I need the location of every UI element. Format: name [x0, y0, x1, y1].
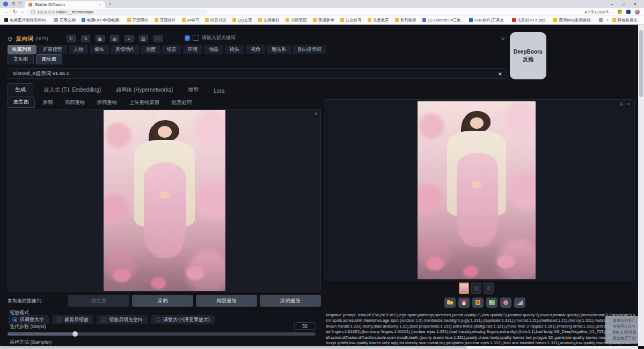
- close-button[interactable]: ×: [634, 2, 636, 7]
- output-button[interactable]: [486, 298, 497, 308]
- bookmark-item[interactable]: 开源网站: [127, 18, 149, 23]
- workspaces-icon[interactable]: ⊞: [11, 2, 16, 6]
- copilot-icon[interactable]: [635, 10, 640, 14]
- main-tab[interactable]: Lora: [209, 86, 229, 96]
- radio-icon[interactable]: [156, 317, 160, 322]
- img2img-tab[interactable]: 批量处理: [168, 98, 196, 108]
- toolbar-icon[interactable]: ⊟: [595, 10, 598, 14]
- category-tab[interactable]: 镜头: [225, 45, 244, 54]
- resize-mode-option[interactable]: 调整大小(潜变量放大): [151, 315, 215, 324]
- slider-handle[interactable]: [72, 331, 78, 337]
- accordion-arrow-icon[interactable]: ◀: [498, 71, 501, 76]
- thumbnail[interactable]: [471, 283, 481, 294]
- prompt-tool-button[interactable]: □: [153, 35, 163, 42]
- category-tab[interactable]: 反向提示词: [292, 45, 326, 54]
- extension-icon[interactable]: [618, 10, 622, 14]
- prompt-tool-button[interactable]: ▦: [96, 35, 105, 42]
- horizontal-scrollbar[interactable]: [0, 346, 638, 349]
- vertical-tabs-icon[interactable]: □: [19, 2, 21, 6]
- main-tab[interactable]: 生成: [8, 83, 33, 96]
- img2img-tab[interactable]: 上传重绘蒙版: [126, 98, 164, 108]
- bookmark-item[interactable]: 七彩虹RTX.prj5..: [512, 18, 547, 23]
- deepbooru-button[interactable]: DeepBooru 反推: [510, 32, 546, 79]
- tab-close-icon[interactable]: ×: [99, 2, 101, 7]
- img2img-tab[interactable]: 涂鸦: [39, 98, 57, 108]
- bookmark-item[interactable]: 各类图片教程资料fol..: [4, 18, 48, 23]
- bookmark-item[interactable]: (1) Discord | #三角..: [422, 18, 463, 23]
- main-tab[interactable]: 嵌入式 (T.I. Embedding): [40, 84, 105, 96]
- address-bar[interactable]: ⓘ 127.0.0.1:7860/?__theme=dark: [27, 9, 207, 15]
- remove-image-icon[interactable]: ×: [314, 111, 317, 116]
- sixgod-accordion[interactable]: SixGod_K提示词 v1.65.1 ◀: [8, 68, 507, 79]
- category-tab[interactable]: 场景: [162, 45, 181, 54]
- prompt-tool-button[interactable]: ↻: [67, 35, 76, 42]
- category-tab[interactable]: 服饰: [90, 45, 109, 54]
- output-button[interactable]: [444, 298, 456, 308]
- output-button[interactable]: [472, 298, 484, 308]
- bookmark-item[interactable]: 百度翻译 Google..: [599, 18, 603, 23]
- steps-value-input[interactable]: 32: [294, 322, 316, 330]
- bookmark-item[interactable]: 开源软件: [155, 18, 176, 23]
- bookmark-item[interactable]: 文档素材: [258, 18, 280, 23]
- extension-icon[interactable]: [626, 10, 631, 14]
- toolbar-icon[interactable]: ✎: [605, 10, 609, 14]
- steps-slider[interactable]: [8, 332, 316, 336]
- bookmark-item[interactable]: 儿童教育: [368, 18, 389, 23]
- other-bookmarks[interactable]: 其他收藏夹: [612, 18, 638, 23]
- output-button[interactable]: [458, 298, 470, 308]
- vertical-scrollbar-thumb[interactable]: [639, 30, 643, 97]
- copy-to-button[interactable]: 局部重绘: [196, 295, 257, 307]
- category-tab[interactable]: 画面: [141, 45, 160, 54]
- collapse-icon[interactable]: ⊖: [8, 35, 12, 42]
- category-tab[interactable]: 人物: [69, 45, 88, 54]
- resize-mode-option[interactable]: 裁剪后缩放: [52, 315, 93, 324]
- bookmark-item[interactable]: 夜间bmp案例教程..: [553, 18, 593, 23]
- prompt-tool-button[interactable]: ▥: [139, 35, 148, 42]
- img2img-tab[interactable]: 局部重绘: [61, 98, 89, 108]
- prompt-tool-button[interactable]: ▤: [110, 35, 119, 42]
- emoji-icon[interactable]: ☺: [500, 35, 506, 41]
- radio-icon[interactable]: [12, 317, 17, 322]
- maximize-button[interactable]: □: [622, 2, 625, 7]
- prompt-tool-button[interactable]: ×: [125, 35, 134, 42]
- radio-icon[interactable]: [57, 317, 62, 322]
- category-tab[interactable]: 视角: [246, 45, 265, 54]
- img2img-tab[interactable]: 涂鸦重绘: [93, 98, 121, 108]
- keyword-input[interactable]: [193, 35, 199, 41]
- toolbar-icon[interactable]: ⋯: [609, 10, 613, 14]
- bookmark-item[interactable]: 公众账号: [340, 18, 362, 23]
- bookmark-item[interactable]: OBS软件|工具支..: [469, 18, 506, 23]
- output-button[interactable]: [514, 298, 525, 308]
- thumbnail-selected[interactable]: [459, 283, 469, 294]
- img2img-tab[interactable]: 图生图: [8, 96, 35, 108]
- site-info-icon[interactable]: ⓘ: [31, 9, 35, 14]
- new-tab-button[interactable]: +: [108, 1, 112, 7]
- bookmark-item[interactable]: 问答社区: [205, 18, 226, 23]
- close-preview-icon[interactable]: ×: [627, 101, 630, 107]
- browser-tab[interactable]: Stable Diffusion ×: [25, 1, 105, 8]
- category-tab[interactable]: 表情动作: [111, 45, 140, 54]
- bookmark-item[interactable]: AI学习: [182, 18, 199, 23]
- horizontal-scrollbar-thumb[interactable]: [0, 346, 467, 348]
- category-tab[interactable]: 环境: [183, 45, 202, 54]
- resize-mode-option[interactable]: 缩放后填充空白: [97, 315, 148, 324]
- source-image-panel[interactable]: ×: [8, 109, 321, 292]
- bookmark-item[interactable]: 系列教程: [395, 18, 416, 23]
- toolbar-icon[interactable]: ⊞: [598, 10, 602, 14]
- bookmark-item[interactable]: 书籍笔记: [286, 18, 307, 23]
- category-tab[interactable]: 魔法系: [267, 45, 291, 54]
- mode-tab[interactable]: 文生图: [8, 54, 34, 64]
- keyword-checkbox[interactable]: ✓: [185, 35, 190, 41]
- prompt-tool-button[interactable]: ⇅: [81, 35, 90, 42]
- category-tab[interactable]: 扩展模型: [38, 45, 67, 54]
- category-tab[interactable]: 收藏列表: [8, 45, 36, 54]
- main-tab[interactable]: 模型: [184, 84, 203, 96]
- copy-to-button[interactable]: 涂鸦重绘: [260, 295, 321, 307]
- thumbnail[interactable]: [484, 283, 494, 294]
- reload-icon[interactable]: ↻: [13, 9, 17, 14]
- result-image-panel[interactable]: A ×: [325, 99, 635, 280]
- home-icon[interactable]: ⌂: [21, 9, 24, 14]
- output-button[interactable]: [500, 298, 511, 308]
- bookmark-item[interactable]: 电脑DIY/华强电脑..: [82, 18, 121, 23]
- back-icon[interactable]: ←: [4, 9, 9, 14]
